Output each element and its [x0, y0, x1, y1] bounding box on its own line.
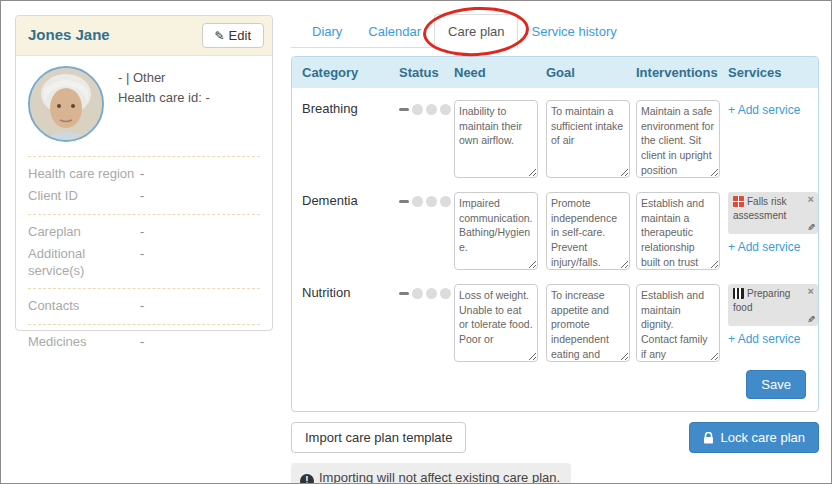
status-dash-icon: [399, 108, 409, 111]
field-contacts: Contacts -: [28, 298, 260, 315]
services-cell: Falls risk assessment × ✎ + Add service: [728, 192, 819, 255]
status-dot-icon[interactable]: [426, 196, 437, 207]
save-button[interactable]: Save: [746, 370, 806, 399]
care-plan-row-dementia: Dementia Impaired communication. Bathing…: [302, 182, 818, 274]
category-label: Dementia: [302, 192, 399, 208]
patient-card-header: Jones Jane ✎Edit: [16, 16, 272, 56]
divider: [28, 156, 260, 157]
tab-calendar[interactable]: Calendar: [355, 15, 434, 48]
field-medicines: Medicines -: [28, 334, 260, 351]
remove-service-icon[interactable]: ×: [808, 194, 814, 205]
care-plan-rows: Breathing Inability to maintain their ow…: [292, 88, 818, 366]
status-dot-icon[interactable]: [440, 104, 451, 115]
interventions-textarea[interactable]: Maintain a safe environment for the clie…: [636, 100, 720, 178]
lock-icon: [703, 432, 714, 444]
field-client-id: Client ID -: [28, 188, 260, 205]
status-dot-icon[interactable]: [426, 288, 437, 299]
status-indicator[interactable]: [399, 288, 454, 299]
care-management-page: Jones Jane ✎Edit: [0, 0, 832, 484]
status-dot-icon[interactable]: [426, 104, 437, 115]
tab-diary[interactable]: Diary: [299, 15, 355, 48]
patient-healthcare-id: Health care id: -: [118, 88, 210, 108]
col-header-services: Services: [728, 65, 818, 80]
status-dot-icon[interactable]: [412, 196, 423, 207]
remove-service-icon[interactable]: ×: [808, 286, 814, 297]
status-dot-icon[interactable]: [412, 288, 423, 299]
lock-care-plan-button[interactable]: Lock care plan: [689, 422, 819, 453]
tab-bar: Diary Calendar Care plan Service history: [291, 13, 819, 48]
interventions-textarea[interactable]: Establish and maintain dignity. Contact …: [636, 284, 720, 362]
add-service-link[interactable]: + Add service: [728, 103, 800, 117]
status-indicator[interactable]: [399, 196, 454, 207]
care-plan-footer: Import care plan template Lock care plan: [291, 422, 819, 453]
patient-card-body: - | Other Health care id: - Health care …: [16, 56, 272, 351]
field-careplan: Careplan -: [28, 224, 260, 241]
save-row: Save: [292, 366, 818, 411]
edit-button-label: Edit: [229, 28, 251, 43]
patient-gender-line: - | Other: [118, 68, 210, 88]
field-additional-services: Additional service(s) -: [28, 246, 260, 280]
tab-care-plan[interactable]: Care plan: [434, 14, 518, 49]
import-note: !Importing will not affect existing care…: [291, 463, 571, 484]
avatar-placeholder-image: [30, 68, 102, 140]
services-cell: Preparing food × ✎ + Add service: [728, 284, 819, 347]
patient-meta: - | Other Health care id: -: [118, 66, 210, 142]
col-header-interventions: Interventions: [636, 65, 728, 80]
col-header-goal: Goal: [546, 65, 636, 80]
goal-textarea[interactable]: To increase appetite and promote indepen…: [546, 284, 630, 362]
col-header-need: Need: [454, 65, 546, 80]
services-cell: + Add service: [728, 100, 818, 118]
col-header-category: Category: [302, 65, 399, 80]
patient-profile-row: - | Other Health care id: -: [28, 66, 260, 142]
lock-button-label: Lock care plan: [720, 430, 805, 445]
goal-textarea[interactable]: Promote independence in self-care. Preve…: [546, 192, 630, 270]
edit-service-icon[interactable]: ✎: [807, 315, 815, 325]
care-plan-table-header: Category Status Need Goal Interventions …: [292, 57, 818, 88]
edit-patient-button[interactable]: ✎Edit: [202, 23, 264, 48]
interventions-textarea[interactable]: Establish and maintain a therapeutic rel…: [636, 192, 720, 270]
status-dash-icon: [399, 292, 409, 295]
edit-service-icon[interactable]: ✎: [807, 223, 815, 233]
field-health-care-region: Health care region -: [28, 166, 260, 183]
main-content: Diary Calendar Care plan Service history…: [291, 13, 819, 484]
care-plan-panel: Category Status Need Goal Interventions …: [291, 56, 819, 412]
tab-service-history[interactable]: Service history: [518, 15, 629, 48]
status-dash-icon: [399, 200, 409, 203]
col-header-status: Status: [399, 65, 454, 80]
divider: [28, 288, 260, 289]
preparing-food-icon: [733, 288, 744, 299]
need-textarea[interactable]: Loss of weight. Unable to eat or tolerat…: [454, 284, 538, 362]
patient-avatar: [28, 66, 104, 142]
import-note-text: Importing will not affect existing care …: [319, 470, 560, 484]
service-chip-falls-risk: Falls risk assessment × ✎: [728, 192, 818, 234]
info-icon: !: [300, 474, 314, 484]
patient-name: Jones Jane: [28, 26, 110, 43]
status-indicator[interactable]: [399, 104, 454, 115]
pencil-icon: ✎: [215, 29, 225, 43]
category-label: Nutrition: [302, 284, 399, 300]
import-care-plan-template-button[interactable]: Import care plan template: [291, 422, 466, 453]
category-label: Breathing: [302, 100, 399, 116]
service-chip-preparing-food: Preparing food × ✎: [728, 284, 818, 326]
care-plan-row-breathing: Breathing Inability to maintain their ow…: [302, 90, 818, 182]
need-textarea[interactable]: Impaired communication. Bathing/Hygiene.: [454, 192, 538, 270]
patient-card: Jones Jane ✎Edit: [15, 15, 273, 331]
status-dot-icon[interactable]: [440, 196, 451, 207]
divider: [28, 324, 260, 325]
divider: [28, 214, 260, 215]
falls-risk-icon: [733, 196, 744, 207]
status-dot-icon[interactable]: [412, 104, 423, 115]
need-textarea[interactable]: Inability to maintain their own airflow.: [454, 100, 538, 178]
add-service-link[interactable]: + Add service: [728, 332, 800, 346]
status-dot-icon[interactable]: [440, 288, 451, 299]
add-service-link[interactable]: + Add service: [728, 240, 800, 254]
goal-textarea[interactable]: To maintain a sufficient intake of air: [546, 100, 630, 178]
care-plan-row-nutrition: Nutrition Loss of weight. Unable to eat …: [302, 274, 818, 366]
